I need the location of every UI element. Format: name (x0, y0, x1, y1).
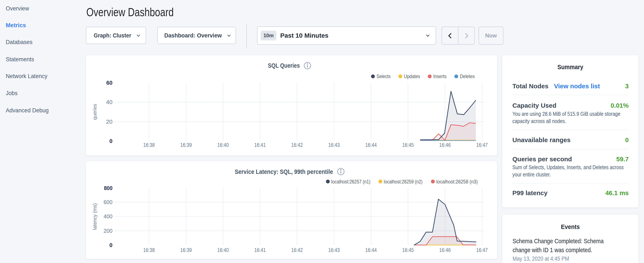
svg-text:16:45: 16:45 (402, 142, 414, 148)
svg-text:16:38: 16:38 (143, 247, 155, 253)
svg-text:400: 400 (104, 213, 112, 220)
svg-text:600: 600 (104, 199, 112, 205)
svg-text:localhost:26258 (n3): localhost:26258 (n3) (436, 179, 478, 184)
svg-text:16:41: 16:41 (254, 142, 266, 148)
svg-text:0: 0 (110, 138, 112, 144)
svg-text:16:44: 16:44 (365, 247, 377, 253)
svg-text:16:43: 16:43 (328, 247, 340, 253)
svg-text:0: 0 (110, 242, 112, 248)
svg-text:queries: queries (92, 104, 98, 120)
svg-text:Selects: Selects (376, 73, 390, 79)
svg-text:localhost:26257 (n1): localhost:26257 (n1) (331, 179, 370, 184)
svg-text:16:47: 16:47 (476, 247, 488, 253)
svg-text:16:45: 16:45 (402, 247, 414, 253)
svg-text:16:40: 16:40 (217, 247, 229, 253)
svg-text:16:38: 16:38 (143, 142, 155, 148)
svg-text:latency (ms): latency (ms) (92, 203, 98, 230)
svg-text:SQL Queries: SQL Queries (268, 62, 300, 69)
svg-text:16:42: 16:42 (291, 142, 303, 148)
svg-text:16:40: 16:40 (217, 142, 229, 148)
svg-text:16:46: 16:46 (439, 247, 451, 253)
svg-text:800: 800 (104, 185, 112, 191)
svg-text:Inserts: Inserts (433, 73, 446, 79)
svg-text:16:39: 16:39 (180, 142, 192, 148)
svg-text:60: 60 (106, 80, 112, 86)
svg-text:20: 20 (106, 119, 112, 125)
svg-text:16:47: 16:47 (476, 142, 488, 148)
svg-text:200: 200 (104, 228, 112, 234)
svg-text:Deletes: Deletes (460, 73, 475, 79)
svg-text:40: 40 (106, 99, 112, 105)
svg-text:localhost:26259 (n2): localhost:26259 (n2) (384, 179, 422, 184)
svg-text:16:39: 16:39 (180, 247, 192, 253)
svg-text:16:44: 16:44 (365, 142, 377, 148)
svg-text:16:42: 16:42 (291, 247, 303, 253)
svg-text:Service Latency: SQL, 99th per: Service Latency: SQL, 99th percentile (235, 168, 333, 175)
svg-text:16:43: 16:43 (328, 142, 340, 148)
svg-text:Updates: Updates (404, 73, 420, 79)
svg-text:16:46: 16:46 (439, 142, 451, 148)
svg-text:16:41: 16:41 (254, 247, 266, 253)
